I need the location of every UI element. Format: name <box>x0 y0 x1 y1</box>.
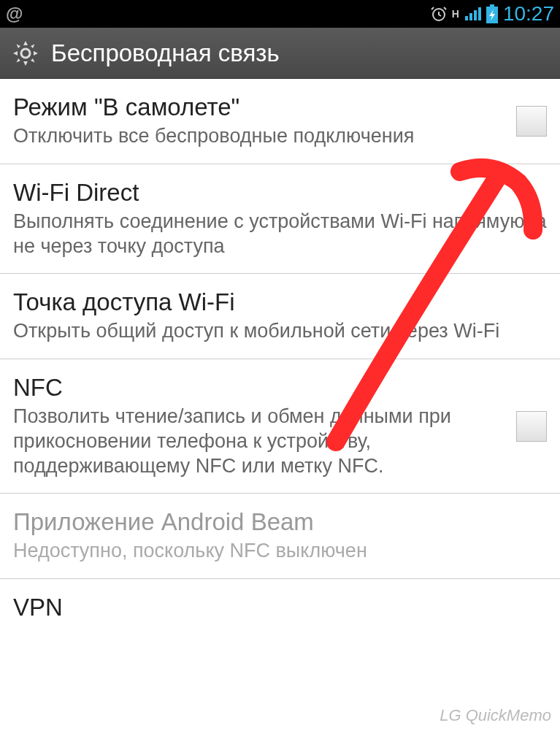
nfc-checkbox[interactable] <box>516 411 547 442</box>
setting-title: Точка доступа Wi-Fi <box>13 288 547 316</box>
setting-item-airplane[interactable]: Режим "В самолете" Отключить все беспров… <box>0 79 560 164</box>
status-bar: @ H 10:27 <box>0 0 560 28</box>
setting-title: NFC <box>13 374 505 402</box>
setting-subtitle: Выполнять соединение с устройствами Wi-F… <box>13 210 547 259</box>
setting-title: Режим "В самолете" <box>13 93 505 121</box>
battery-icon <box>486 4 499 23</box>
header-title: Беспроводная связь <box>51 39 280 67</box>
signal-icon <box>464 6 481 22</box>
airplane-checkbox[interactable] <box>516 106 547 137</box>
setting-item-hotspot[interactable]: Точка доступа Wi-Fi Открыть общий доступ… <box>0 274 560 359</box>
setting-item-android-beam: Приложение Android Beam Недоступно, поск… <box>0 494 560 579</box>
setting-subtitle: Открыть общий доступ к мобильной сети че… <box>13 319 547 344</box>
setting-subtitle: Недоступно, поскольку NFC выключен <box>13 539 547 564</box>
setting-title: Wi-Fi Direct <box>13 179 547 207</box>
svg-point-3 <box>21 49 30 58</box>
setting-subtitle: Позволить чтение/запись и обмен данными … <box>13 405 505 478</box>
setting-item-vpn[interactable]: VPN <box>0 579 560 630</box>
at-icon: @ <box>6 4 23 24</box>
status-left: @ <box>6 4 23 24</box>
network-type: H <box>452 8 459 20</box>
setting-subtitle: Отключить все беспроводные подключения <box>13 124 505 149</box>
status-right: H 10:27 <box>430 2 554 26</box>
watermark: LG QuickMemo <box>440 706 551 725</box>
setting-item-wifi-direct[interactable]: Wi-Fi Direct Выполнять соединение с устр… <box>0 164 560 275</box>
gear-icon <box>10 38 41 69</box>
svg-rect-1 <box>490 4 494 7</box>
status-time: 10:27 <box>503 2 554 26</box>
settings-list: Режим "В самолете" Отключить все беспров… <box>0 79 560 630</box>
alarm-icon <box>430 5 448 23</box>
setting-title: Приложение Android Beam <box>13 508 547 536</box>
header-bar: Беспроводная связь <box>0 28 560 79</box>
setting-title: VPN <box>13 594 547 621</box>
setting-item-nfc[interactable]: NFC Позволить чтение/запись и обмен данн… <box>0 359 560 494</box>
